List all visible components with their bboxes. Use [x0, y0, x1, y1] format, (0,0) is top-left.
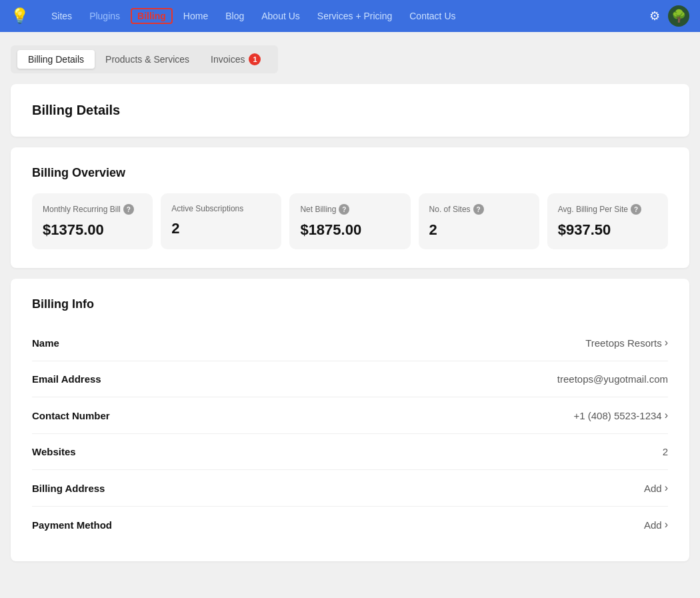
overview-label-monthly: Monthly Recurring Bill ? — [43, 204, 142, 215]
nav-links: Sites Plugins Billing Home Blog About Us… — [45, 8, 649, 24]
billing-overview-card: Billing Overview Monthly Recurring Bill … — [11, 147, 689, 268]
chevron-icon-name: › — [665, 337, 668, 349]
tab-invoices[interactable]: Invoices 1 — [200, 49, 271, 69]
billing-info-title: Billing Info — [32, 297, 668, 311]
overview-label-avg: Avg. Billing Per Site ? — [558, 204, 657, 215]
chevron-icon-contact: › — [665, 409, 668, 421]
overview-card-net: Net Billing ? $1875.00 — [289, 193, 410, 249]
overview-label-net: Net Billing ? — [300, 204, 399, 215]
info-value-billing-address[interactable]: Add › — [644, 482, 668, 494]
info-label-name: Name — [32, 337, 59, 349]
nav-logo: 💡 — [11, 7, 29, 25]
overview-card-monthly: Monthly Recurring Bill ? $1375.00 — [32, 193, 153, 249]
overview-value-sites: 2 — [429, 221, 529, 239]
tab-billing-details[interactable]: Billing Details — [17, 50, 95, 69]
info-value-email: treetops@yugotmail.com — [557, 373, 668, 385]
nav-link-about[interactable]: About Us — [255, 8, 307, 24]
help-icon-sites[interactable]: ? — [473, 204, 484, 215]
info-row-billing-address: Billing Address Add › — [32, 470, 668, 507]
help-icon-monthly[interactable]: ? — [123, 204, 134, 215]
overview-card-avg: Avg. Billing Per Site ? $937.50 — [547, 193, 668, 249]
invoices-badge: 1 — [249, 53, 261, 65]
overview-value-monthly: $1375.00 — [43, 221, 142, 239]
tabs: Billing Details Products & Services Invo… — [11, 45, 278, 73]
tab-products-services[interactable]: Products & Services — [95, 50, 200, 69]
info-label-websites: Websites — [32, 446, 76, 457]
gear-icon[interactable]: ⚙ — [649, 9, 660, 23]
overview-value-avg: $937.50 — [558, 221, 657, 239]
nav-link-blog[interactable]: Blog — [219, 8, 251, 24]
avatar[interactable]: 🌳 — [668, 5, 689, 27]
billing-overview-title: Billing Overview — [32, 166, 668, 180]
info-row-payment-method: Payment Method Add › — [32, 507, 668, 543]
billing-info-card: Billing Info Name Treetops Resorts › Ema… — [11, 279, 689, 561]
info-value-name[interactable]: Treetops Resorts › — [585, 337, 668, 349]
chevron-icon-payment-method: › — [665, 519, 668, 531]
overview-card-subscriptions: Active Subscriptions 2 — [161, 193, 281, 249]
overview-value-net: $1875.00 — [300, 221, 399, 239]
billing-details-header-card: Billing Details — [11, 84, 689, 137]
info-value-contact[interactable]: +1 (408) 5523-1234 › — [573, 409, 668, 421]
overview-label-sites: No. of Sites ? — [429, 204, 529, 215]
nav-link-home[interactable]: Home — [177, 8, 215, 24]
info-row-name: Name Treetops Resorts › — [32, 325, 668, 361]
info-value-websites: 2 — [663, 446, 668, 457]
overview-card-sites: No. of Sites ? 2 — [419, 193, 539, 249]
info-value-payment-method[interactable]: Add › — [644, 519, 668, 531]
info-label-billing-address: Billing Address — [32, 483, 105, 494]
overview-label-subscriptions: Active Subscriptions — [171, 204, 271, 213]
info-label-email: Email Address — [32, 373, 101, 385]
nav-link-sites[interactable]: Sites — [45, 8, 79, 24]
help-icon-net[interactable]: ? — [339, 204, 349, 215]
overview-grid: Monthly Recurring Bill ? $1375.00 Active… — [32, 193, 668, 249]
info-label-payment-method: Payment Method — [32, 519, 112, 531]
nav-right: ⚙ 🌳 — [649, 5, 689, 27]
overview-value-subscriptions: 2 — [171, 220, 271, 237]
billing-details-title: Billing Details — [32, 103, 668, 118]
nav-link-contact[interactable]: Contact Us — [403, 8, 462, 24]
nav-link-billing[interactable]: Billing — [131, 8, 173, 24]
nav-link-services[interactable]: Services + Pricing — [311, 8, 399, 24]
info-label-contact: Contact Number — [32, 410, 110, 421]
info-row-contact: Contact Number +1 (408) 5523-1234 › — [32, 397, 668, 434]
info-row-websites: Websites 2 — [32, 434, 668, 470]
nav-link-plugins[interactable]: Plugins — [83, 8, 127, 24]
info-row-email: Email Address treetops@yugotmail.com — [32, 361, 668, 397]
navbar: 💡 Sites Plugins Billing Home Blog About … — [0, 0, 700, 32]
page-wrapper: Billing Details Products & Services Invo… — [0, 32, 700, 585]
help-icon-avg[interactable]: ? — [631, 204, 641, 215]
chevron-icon-billing-address: › — [665, 482, 668, 494]
